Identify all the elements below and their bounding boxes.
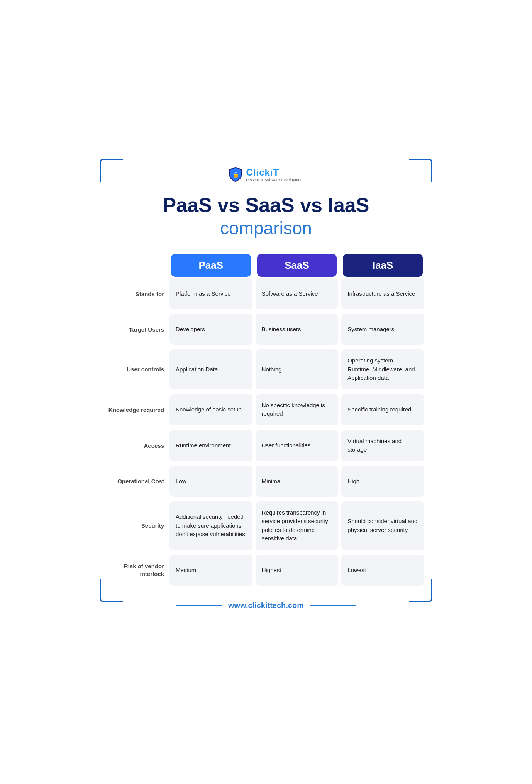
cell-saas-3: No specific knowledge is required <box>256 394 339 425</box>
cell-saas-5: Minimal <box>256 466 339 497</box>
cell-paas-0: Platform as a Service <box>169 278 252 309</box>
data-row: Operational CostLowMinimalHigh <box>108 466 424 497</box>
cell-saas-1: Business users <box>256 314 339 345</box>
data-row: Risk of vendor interlockMediumHighestLow… <box>108 555 424 586</box>
cell-iaas-4: Virtual machines and storage <box>341 430 424 461</box>
row-cells-2: Application DataNothingOperating system,… <box>169 349 424 389</box>
svg-text:🔒: 🔒 <box>232 171 239 178</box>
header-cells: PaaS SaaS IaaS <box>169 254 424 277</box>
cell-paas-5: Low <box>169 466 252 497</box>
row-cells-5: LowMinimalHigh <box>169 466 424 497</box>
header-paas: PaaS <box>171 254 251 277</box>
row-cells-1: DevelopersBusiness usersSystem managers <box>169 314 424 345</box>
row-label-1: Target Users <box>108 314 169 345</box>
border-decoration-bl <box>100 579 123 602</box>
row-label-3: Knowledge required <box>108 394 169 425</box>
cell-paas-7: Medium <box>169 555 252 586</box>
cell-paas-1: Developers <box>169 314 252 345</box>
cell-iaas-5: High <box>341 466 424 497</box>
row-cells-0: Platform as a ServiceSoftware as a Servi… <box>169 278 424 309</box>
title-line2: comparison <box>108 218 424 239</box>
cell-paas-3: Knowledge of basic setup <box>169 394 252 425</box>
page-title-block: PaaS vs SaaS vs IaaS comparison <box>108 194 424 239</box>
row-label-0: Stands for <box>108 278 169 309</box>
row-cells-6: Additional security needed to make sure … <box>169 501 424 550</box>
cell-saas-0: Software as a Service <box>256 278 339 309</box>
row-cells-4: Runtime environmentUser functionalitiesV… <box>169 430 424 461</box>
logo-area: 🔒 ClickiT DevOps & Software Development <box>108 166 424 183</box>
cell-iaas-2: Operating system, Runtime, Middleware, a… <box>341 349 424 389</box>
cell-saas-7: Highest <box>256 555 339 586</box>
comparison-rows: Stands forPlatform as a ServiceSoftware … <box>108 278 424 586</box>
cell-iaas-1: System managers <box>341 314 424 345</box>
shield-icon: 🔒 <box>228 166 243 183</box>
data-row: Stands forPlatform as a ServiceSoftware … <box>108 278 424 309</box>
cell-saas-6: Requires transparency in service provide… <box>256 501 339 550</box>
footer-url: www.clickittech.com <box>108 601 424 610</box>
footer-line-right <box>310 605 356 606</box>
footer-url-text: www.clickittech.com <box>228 601 304 610</box>
border-decoration-tl <box>100 159 123 182</box>
row-label-6: Security <box>108 501 169 550</box>
footer-line-left <box>176 605 222 606</box>
cell-iaas-6: Should consider virtual and physical ser… <box>341 501 424 550</box>
row-cells-3: Knowledge of basic setupNo specific know… <box>169 394 424 425</box>
cell-paas-2: Application Data <box>169 349 252 389</box>
column-header-row: PaaS SaaS IaaS <box>108 254 424 277</box>
data-row: AccessRuntime environmentUser functional… <box>108 430 424 461</box>
cell-saas-4: User functionalities <box>256 430 339 461</box>
row-label-2: User controls <box>108 349 169 389</box>
header-spacer <box>108 254 169 277</box>
logo-subtitle: DevOps & Software Development <box>246 178 303 182</box>
cell-saas-2: Nothing <box>256 349 339 389</box>
data-row: Target UsersDevelopersBusiness usersSyst… <box>108 314 424 345</box>
title-line1: PaaS vs SaaS vs IaaS <box>108 194 424 216</box>
data-row: Knowledge requiredKnowledge of basic set… <box>108 394 424 425</box>
data-row: User controlsApplication DataNothingOper… <box>108 349 424 389</box>
cell-paas-6: Additional security needed to make sure … <box>169 501 252 550</box>
border-decoration-br <box>409 579 432 602</box>
cell-iaas-0: Infrastructure as a Service <box>341 278 424 309</box>
row-cells-7: MediumHighestLowest <box>169 555 424 586</box>
cell-paas-4: Runtime environment <box>169 430 252 461</box>
logo-name: ClickiT <box>246 167 279 178</box>
border-decoration-tr <box>409 159 432 182</box>
data-row: SecurityAdditional security needed to ma… <box>108 501 424 550</box>
cell-iaas-3: Specific training required <box>341 394 424 425</box>
header-saas: SaaS <box>257 254 337 277</box>
row-label-5: Operational Cost <box>108 466 169 497</box>
row-label-4: Access <box>108 430 169 461</box>
header-iaas: IaaS <box>343 254 423 277</box>
